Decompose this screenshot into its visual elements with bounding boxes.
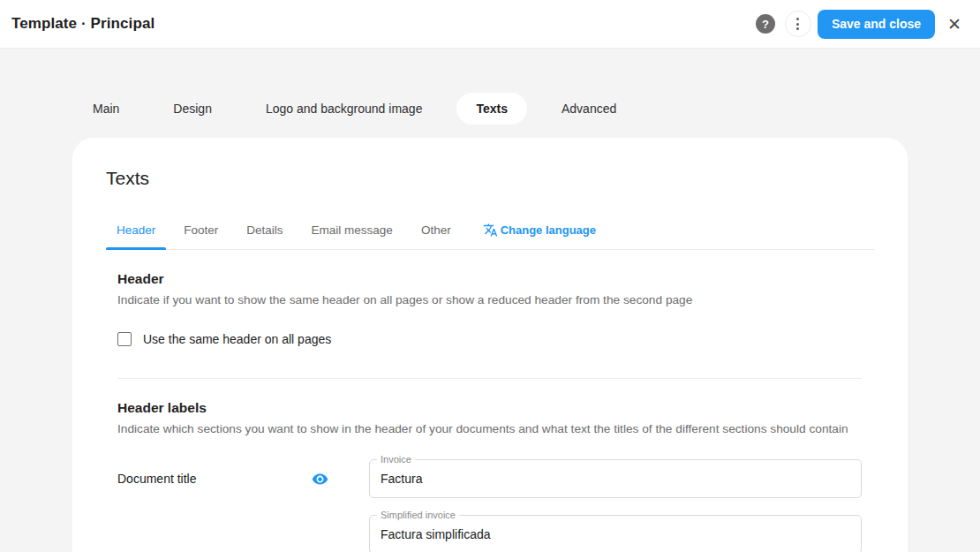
section-divider xyxy=(117,378,862,379)
change-language-label: Change language xyxy=(501,223,596,237)
invoice-field-label: Invoice xyxy=(377,454,415,465)
tab-design[interactable]: Design xyxy=(154,93,231,125)
simplified-invoice-title-input[interactable] xyxy=(369,515,862,552)
document-title-label-col: Document title xyxy=(117,459,369,498)
tab-logo-and-background-image[interactable]: Logo and background image xyxy=(246,93,441,125)
visibility-eye-icon[interactable] xyxy=(312,471,328,488)
document-title-fields: Invoice Simplified invoice Corrective in… xyxy=(369,459,862,552)
close-icon[interactable]: ✕ xyxy=(947,16,961,33)
texts-subtabs: Header Footer Details Email message Othe… xyxy=(106,223,874,250)
subtab-footer[interactable]: Footer xyxy=(173,223,229,249)
subtab-other[interactable]: Other xyxy=(411,223,462,249)
simplified-invoice-field-group: Simplified invoice xyxy=(369,515,862,552)
simplified-invoice-field-label: Simplified invoice xyxy=(377,510,459,520)
template-editor-window: Template · Principal ? Save and close ✕ … xyxy=(0,0,980,552)
tab-main[interactable]: Main xyxy=(73,93,139,125)
document-title-label: Document title xyxy=(117,472,196,486)
tab-advanced[interactable]: Advanced xyxy=(542,93,636,125)
invoice-title-input[interactable] xyxy=(369,459,862,498)
topbar: Template · Principal ? Save and close ✕ xyxy=(0,0,980,49)
header-labels-description: Indicate which sections you want to show… xyxy=(117,422,862,435)
sections: Header Indicate if you want to show the … xyxy=(106,271,874,552)
header-labels-section: Header labels Indicate which sections yo… xyxy=(117,400,862,435)
change-language-link[interactable]: Change language xyxy=(483,223,596,249)
topbar-actions: ? Save and close ✕ xyxy=(756,10,961,39)
invoice-field-group: Invoice xyxy=(369,459,862,498)
header-section-description: Indicate if you want to show the same he… xyxy=(117,293,862,306)
same-header-checkbox[interactable] xyxy=(117,332,132,346)
main-tabs: Main Design Logo and background image Te… xyxy=(73,93,980,125)
tab-texts[interactable]: Texts xyxy=(456,93,527,125)
same-header-checkbox-row[interactable]: Use the same header on all pages xyxy=(117,332,862,346)
texts-panel: Texts Header Footer Details Email messag… xyxy=(72,138,908,552)
panel-title: Texts xyxy=(106,168,874,189)
translate-icon xyxy=(483,223,498,238)
header-labels-title: Header labels xyxy=(117,400,862,416)
save-and-close-button[interactable]: Save and close xyxy=(818,10,935,39)
subtab-details[interactable]: Details xyxy=(236,223,293,249)
same-header-checkbox-label: Use the same header on all pages xyxy=(143,332,331,346)
page-title: Template · Principal xyxy=(11,15,155,33)
help-icon[interactable]: ? xyxy=(756,14,775,34)
subtab-email-message[interactable]: Email message xyxy=(301,223,403,249)
header-section: Header Indicate if you want to show the … xyxy=(117,271,862,306)
header-section-title: Header xyxy=(117,271,862,287)
document-title-row: Document title Invoice Simplified invoic… xyxy=(117,459,862,552)
subtab-header[interactable]: Header xyxy=(106,223,166,249)
kebab-menu-icon[interactable] xyxy=(785,11,811,37)
